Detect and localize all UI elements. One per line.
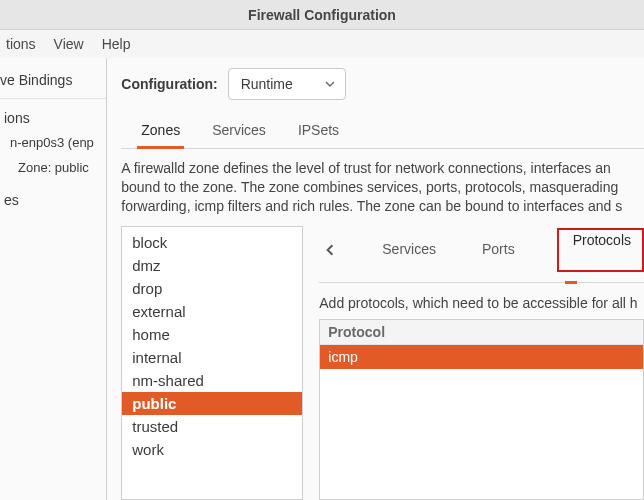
configuration-dropdown[interactable]: Runtime bbox=[228, 68, 346, 100]
protocols-description: Add protocols, which need to be accessib… bbox=[319, 291, 644, 319]
zone-item-internal[interactable]: internal bbox=[122, 346, 302, 369]
menu-view[interactable]: View bbox=[54, 36, 84, 52]
protocol-row-icmp[interactable]: icmp bbox=[320, 345, 643, 369]
zone-description: A firewalld zone defines the level of tr… bbox=[121, 149, 644, 226]
left-item-interfaces[interactable]: es bbox=[0, 187, 106, 213]
tab-ipsets[interactable]: IPSets bbox=[296, 114, 341, 148]
left-header: ve Bindings bbox=[0, 66, 106, 99]
protocols-column-header[interactable]: Protocol bbox=[320, 320, 643, 345]
zone-item-trusted[interactable]: trusted bbox=[122, 415, 302, 438]
scroll-left-button[interactable] bbox=[319, 239, 340, 261]
protocols-table: Protocol icmp bbox=[319, 319, 644, 500]
zone-item-home[interactable]: home bbox=[122, 323, 302, 346]
window-title: Firewall Configuration bbox=[0, 0, 644, 30]
subtab-protocols-highlight: Protocols bbox=[557, 228, 644, 272]
zone-detail: Services Ports Protocols Add protocols, … bbox=[319, 226, 644, 500]
zone-item-nm-shared[interactable]: nm-shared bbox=[122, 369, 302, 392]
chevron-down-icon bbox=[325, 79, 335, 89]
configuration-value: Runtime bbox=[241, 76, 293, 92]
tab-zones[interactable]: Zones bbox=[139, 114, 182, 148]
zone-item-work[interactable]: work bbox=[122, 438, 302, 461]
left-panel: ve Bindings ions n-enp0s3 (enp Zone: pub… bbox=[0, 58, 107, 500]
subtab-protocols[interactable]: Protocols bbox=[569, 226, 631, 272]
subtab-ports[interactable]: Ports bbox=[478, 235, 519, 265]
configuration-label: Configuration: bbox=[121, 76, 217, 92]
zone-item-dmz[interactable]: dmz bbox=[122, 254, 302, 277]
zone-item-block[interactable]: block bbox=[122, 231, 302, 254]
zone-list[interactable]: blockdmzdropexternalhomeinternalnm-share… bbox=[121, 226, 303, 500]
left-item-connections[interactable]: ions bbox=[0, 105, 106, 131]
left-item-zone-public: Zone: public bbox=[0, 156, 106, 181]
main-tabs: Zones Services IPSets bbox=[121, 114, 644, 149]
zone-item-drop[interactable]: drop bbox=[122, 277, 302, 300]
menu-options[interactable]: tions bbox=[6, 36, 36, 52]
subtab-services[interactable]: Services bbox=[378, 235, 440, 265]
right-panel: Configuration: Runtime Zones Services IP… bbox=[107, 58, 644, 500]
left-item-enp0s3[interactable]: n-enp0s3 (enp bbox=[0, 131, 106, 156]
sub-tabs: Services Ports Protocols bbox=[319, 226, 644, 283]
zone-item-external[interactable]: external bbox=[122, 300, 302, 323]
tab-services[interactable]: Services bbox=[210, 114, 268, 148]
menu-help[interactable]: Help bbox=[102, 36, 131, 52]
menubar: tions View Help bbox=[0, 30, 644, 58]
zone-item-public[interactable]: public bbox=[122, 392, 302, 415]
